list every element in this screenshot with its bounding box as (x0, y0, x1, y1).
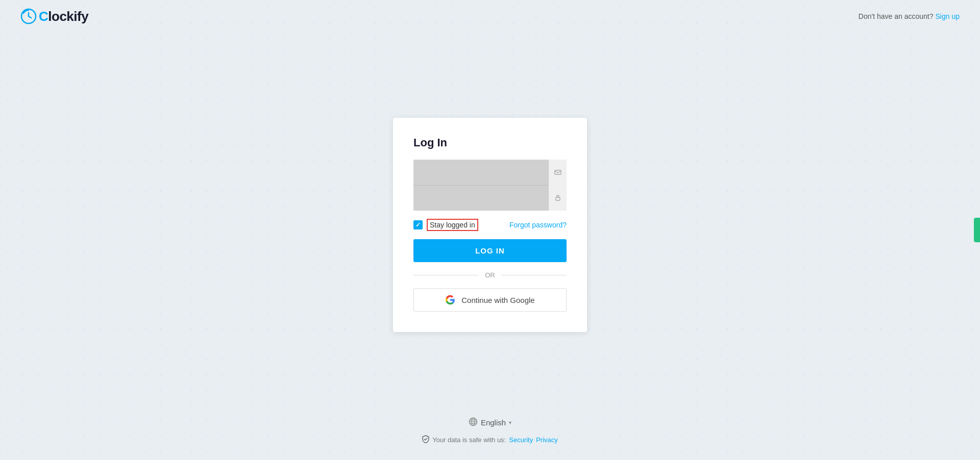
login-title: Log In (413, 136, 567, 149)
chevron-down-icon: ▾ (509, 420, 511, 425)
main-content: Log In Stay logged in (0, 0, 980, 460)
divider-line-left (413, 275, 479, 275)
language-label: English (481, 418, 506, 427)
or-divider: OR (413, 271, 567, 279)
google-login-button[interactable]: Continue with Google (413, 288, 567, 312)
remember-left: Stay logged in (413, 219, 478, 231)
privacy-link[interactable]: Privacy (536, 436, 558, 444)
edge-tab (974, 218, 980, 242)
divider-line-right (501, 275, 567, 275)
footer: English ▾ Your data is safe with us: Sec… (0, 417, 980, 445)
login-card: Log In Stay logged in (393, 118, 587, 332)
language-selector[interactable]: English ▾ (469, 417, 511, 428)
login-button[interactable]: LOG IN (413, 239, 567, 262)
password-icon (548, 185, 567, 211)
google-icon (445, 295, 455, 305)
security-safe-text: Your data is safe with us: (432, 436, 506, 444)
shield-icon (422, 435, 429, 445)
input-fields-area (413, 160, 567, 211)
remember-row: Stay logged in Forgot password? (413, 219, 567, 231)
security-footer: Your data is safe with us: Security Priv… (422, 435, 558, 445)
globe-icon (469, 417, 478, 428)
svg-rect-1 (555, 170, 561, 174)
svg-rect-2 (556, 197, 560, 200)
password-input[interactable] (413, 186, 567, 211)
or-text: OR (485, 271, 495, 279)
email-input[interactable] (413, 160, 567, 186)
email-icon (548, 160, 567, 185)
google-button-label: Continue with Google (461, 296, 534, 304)
forgot-password-link[interactable]: Forgot password? (509, 221, 567, 229)
stay-logged-checkbox[interactable] (413, 220, 423, 229)
stay-logged-label: Stay logged in (427, 219, 478, 231)
security-link[interactable]: Security (509, 436, 533, 444)
